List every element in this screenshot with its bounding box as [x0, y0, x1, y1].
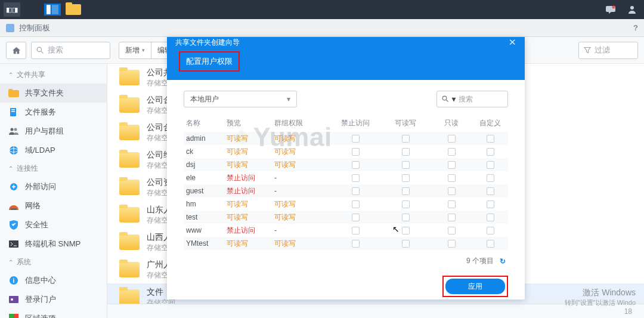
svg-point-10	[11, 128, 14, 131]
folder-icon	[119, 234, 140, 250]
checkbox-deny[interactable]	[352, 214, 360, 221]
system-topbar: ◧◨	[0, 0, 644, 19]
svg-point-21	[11, 298, 13, 301]
checkbox-rw[interactable]	[402, 227, 410, 234]
checkbox-rw[interactable]	[402, 135, 410, 143]
table-header: 名称 预览 群组权限 禁止访问 可读写 只读 自定义	[184, 115, 508, 132]
checkbox-custom[interactable]	[487, 161, 494, 169]
table-row: dsj可读写可读写	[184, 158, 508, 171]
sidebar-item-file-service[interactable]: 文件服务	[0, 103, 107, 122]
checkbox-rw[interactable]	[402, 161, 410, 169]
table-row: www禁止访问-	[184, 224, 508, 237]
add-button[interactable]: 新增▾	[119, 42, 151, 59]
svg-text:i: i	[13, 277, 15, 284]
sidebar-item-regional[interactable]: 区域选项	[0, 309, 107, 318]
checkbox-deny[interactable]	[352, 148, 360, 156]
checkbox-custom[interactable]	[487, 135, 494, 143]
close-icon[interactable]: ✕	[509, 37, 516, 48]
checkbox-rw[interactable]	[402, 148, 410, 156]
checkbox-ro[interactable]	[448, 174, 456, 182]
sidebar-item-security[interactable]: 安全性	[0, 215, 107, 234]
checkbox-ro[interactable]	[448, 135, 456, 143]
window-title: 控制面板	[19, 23, 50, 33]
checkbox-rw[interactable]	[402, 240, 410, 248]
checkbox-custom[interactable]	[487, 227, 494, 234]
shield-icon	[8, 220, 19, 230]
svg-rect-16	[11, 208, 17, 210]
cell-preview: 可读写	[227, 160, 274, 170]
cell-group: 可读写	[274, 134, 330, 144]
checkbox-ro[interactable]	[448, 227, 456, 234]
checkbox-deny[interactable]	[352, 161, 360, 169]
user-scope-dropdown[interactable]: 本地用户▾	[184, 91, 297, 107]
checkbox-ro[interactable]	[448, 161, 456, 169]
checkbox-deny[interactable]	[352, 200, 360, 208]
section-connectivity[interactable]: ⌃连接性	[0, 160, 107, 177]
table-row: admin可读写可读写	[184, 132, 508, 145]
folder-icon[interactable]	[66, 4, 81, 15]
user-icon[interactable]	[624, 2, 640, 17]
sidebar-item-shared-folder[interactable]: 共享文件夹	[0, 84, 107, 103]
folder-icon	[119, 125, 140, 140]
cell-group: 可读写	[274, 212, 330, 223]
chat-icon[interactable]	[602, 2, 619, 17]
file-manager-icon[interactable]	[44, 4, 61, 16]
sidebar-item-network[interactable]: 网络	[0, 196, 107, 215]
checkbox-rw[interactable]	[402, 200, 410, 208]
filter-input[interactable]: 过滤	[578, 42, 638, 59]
checkbox-ro[interactable]	[448, 148, 456, 156]
checkbox-ro[interactable]	[448, 187, 456, 195]
checkbox-rw[interactable]	[402, 174, 410, 182]
checkbox-deny[interactable]	[352, 135, 360, 143]
topbar-left: ◧◨	[4, 2, 81, 17]
help-icon[interactable]: ?	[633, 23, 638, 32]
sidebar-search-input[interactable]: 搜索	[31, 42, 110, 59]
checkbox-custom[interactable]	[487, 187, 494, 195]
sidebar-item-users-groups[interactable]: 用户与群组	[0, 122, 107, 141]
svg-rect-22	[9, 314, 14, 318]
section-file-share[interactable]: ⌃文件共享	[0, 66, 107, 84]
modal-search-input[interactable]: ▾ 搜索	[436, 91, 508, 107]
table-row: ck可读写可读写	[184, 145, 508, 158]
svg-rect-23	[14, 314, 18, 318]
apps-icon[interactable]: ◧◨	[4, 2, 20, 17]
refresh-icon[interactable]: ↻	[500, 257, 506, 265]
checkbox-custom[interactable]	[487, 214, 494, 221]
svg-point-5	[37, 47, 41, 51]
svg-rect-17	[9, 240, 18, 248]
svg-line-6	[41, 51, 43, 53]
apply-button[interactable]: 应用	[445, 279, 505, 294]
checkbox-rw[interactable]	[402, 187, 410, 195]
sidebar-item-domain-ldap[interactable]: 域/LDAP	[0, 141, 107, 160]
section-system[interactable]: ⌃系统	[0, 254, 107, 271]
cell-name: YMtest	[184, 239, 227, 248]
checkbox-deny[interactable]	[352, 187, 360, 195]
checkbox-deny[interactable]	[352, 227, 360, 234]
checkbox-custom[interactable]	[487, 240, 494, 248]
checkbox-ro[interactable]	[448, 214, 456, 221]
svg-rect-1	[47, 5, 51, 14]
checkbox-rw[interactable]	[402, 214, 410, 221]
cell-preview: 可读写	[227, 212, 274, 223]
checkbox-deny[interactable]	[352, 174, 360, 182]
folder-icon	[119, 262, 140, 277]
folder-icon	[119, 97, 140, 113]
checkbox-deny[interactable]	[352, 240, 360, 248]
cell-preview: 禁止访问	[227, 186, 274, 196]
checkbox-custom[interactable]	[487, 174, 494, 182]
checkbox-custom[interactable]	[487, 148, 494, 156]
sidebar-item-login-portal[interactable]: 登录门户	[0, 290, 107, 309]
checkbox-custom[interactable]	[487, 200, 494, 208]
cell-group: 可读写	[274, 199, 330, 209]
checkbox-ro[interactable]	[448, 240, 456, 248]
checkbox-ro[interactable]	[448, 200, 456, 208]
table-row: test可读写可读写	[184, 211, 508, 224]
sidebar-item-terminal-snmp[interactable]: 终端机和 SNMP	[0, 234, 107, 254]
home-button[interactable]	[6, 42, 26, 59]
sidebar-item-info-center[interactable]: i信息中心	[0, 271, 107, 290]
cell-preview: 可读写	[227, 147, 274, 157]
cell-name: ele	[184, 174, 227, 182]
item-count: 9 个项目	[466, 256, 494, 266]
sidebar-item-external-access[interactable]: 外部访问	[0, 177, 107, 196]
modal-subtitle: 配置用户权限	[179, 51, 240, 72]
